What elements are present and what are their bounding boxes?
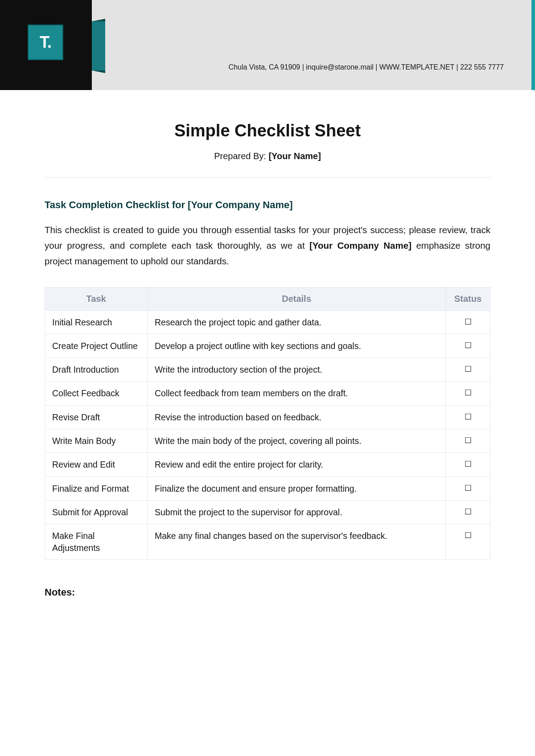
cell-details: Write the main body of the project, cove… — [148, 429, 446, 453]
prepared-by-line: Prepared By: [Your Name] — [45, 151, 490, 161]
logo-letter: T. — [40, 33, 51, 52]
prepared-by-value: [Your Name] — [268, 151, 321, 161]
cell-status-checkbox[interactable]: ☐ — [446, 429, 490, 453]
header-status: Status — [446, 287, 490, 310]
intro-bold-company: [Your Company Name] — [309, 240, 412, 251]
table-row: Review and EditReview and edit the entir… — [45, 453, 490, 477]
table-row: Collect FeedbackCollect feedback from te… — [45, 382, 490, 405]
cell-status-checkbox[interactable]: ☐ — [446, 382, 490, 405]
cell-task: Collect Feedback — [45, 382, 148, 405]
cell-task: Finalize and Format — [45, 477, 148, 500]
cell-status-checkbox[interactable]: ☐ — [446, 524, 490, 560]
cell-status-checkbox[interactable]: ☐ — [446, 477, 490, 500]
cell-task: Make Final Adjustments — [45, 524, 148, 560]
cell-details: Review and edit the entire project for c… — [148, 453, 446, 477]
cell-status-checkbox[interactable]: ☐ — [446, 453, 490, 477]
notes-label: Notes: — [45, 587, 490, 598]
cell-task: Initial Research — [45, 310, 148, 334]
table-header-row: Task Details Status — [45, 287, 490, 310]
header-band: T. Chula Vista, CA 91909 | inquire@staro… — [0, 0, 535, 90]
cell-task: Draft Introduction — [45, 358, 148, 382]
table-row: Initial ResearchResearch the project top… — [45, 310, 490, 334]
cell-status-checkbox[interactable]: ☐ — [446, 501, 490, 524]
checklist-table: Task Details Status Initial ResearchRese… — [45, 287, 490, 560]
table-row: Write Main BodyWrite the main body of th… — [45, 429, 490, 453]
cell-details: Write the introductory section of the pr… — [148, 358, 446, 382]
cell-task: Write Main Body — [45, 429, 148, 453]
contact-line: Chula Vista, CA 91909 | inquire@starone.… — [134, 63, 504, 71]
table-row: Submit for ApprovalSubmit the project to… — [45, 501, 490, 524]
document-content: Simple Checklist Sheet Prepared By: [You… — [0, 90, 535, 616]
table-row: Draft IntroductionWrite the introductory… — [45, 358, 490, 382]
cell-details: Research the project topic and gather da… — [148, 310, 446, 334]
table-row: Make Final AdjustmentsMake any final cha… — [45, 524, 490, 560]
cell-task: Submit for Approval — [45, 501, 148, 524]
cell-details: Submit the project to the supervisor for… — [148, 501, 446, 524]
cell-task: Create Project Outline — [45, 334, 148, 357]
cell-status-checkbox[interactable]: ☐ — [446, 405, 490, 429]
table-row: Finalize and FormatFinalize the document… — [45, 477, 490, 500]
cell-status-checkbox[interactable]: ☐ — [446, 334, 490, 357]
document-title: Simple Checklist Sheet — [45, 121, 490, 140]
divider — [45, 177, 490, 178]
cell-details: Make any final changes based on the supe… — [148, 524, 446, 560]
cell-task: Revise Draft — [45, 405, 148, 429]
section-heading: Task Completion Checklist for [Your Comp… — [45, 199, 490, 211]
cell-details: Finalize the document and ensure proper … — [148, 477, 446, 500]
cell-status-checkbox[interactable]: ☐ — [446, 358, 490, 382]
logo-box: T. — [28, 25, 63, 60]
cell-task: Review and Edit — [45, 453, 148, 477]
cell-details: Develop a project outline with key secti… — [148, 334, 446, 357]
right-accent-bar — [531, 0, 535, 90]
header-task: Task — [45, 287, 148, 310]
teal-tab-accent — [92, 21, 105, 70]
cell-status-checkbox[interactable]: ☐ — [446, 310, 490, 334]
header-details: Details — [148, 287, 446, 310]
table-row: Revise DraftRevise the introduction base… — [45, 405, 490, 429]
table-row: Create Project OutlineDevelop a project … — [45, 334, 490, 357]
prepared-by-label: Prepared By: — [214, 151, 268, 161]
cell-details: Revise the introduction based on feedbac… — [148, 405, 446, 429]
cell-details: Collect feedback from team members on th… — [148, 382, 446, 405]
intro-paragraph: This checklist is created to guide you t… — [45, 222, 490, 269]
